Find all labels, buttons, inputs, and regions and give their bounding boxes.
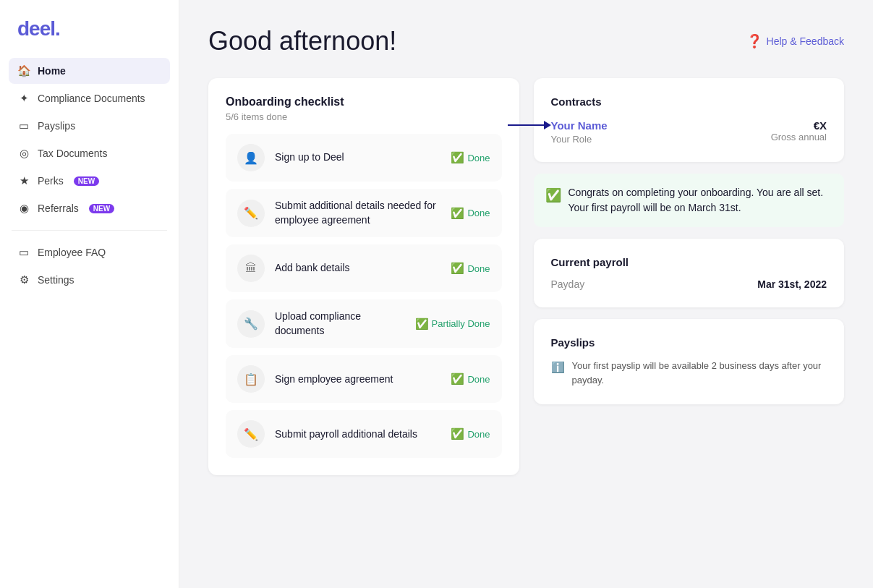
checklist-item-agreement[interactable]: 📋 Sign employee agreement ✅ Done: [226, 355, 502, 403]
onboarding-checklist-card: Onboarding checklist 5/6 items done 👤 Si…: [208, 78, 519, 475]
signup-icon-circle: 👤: [237, 144, 265, 171]
tax-icon: ◎: [17, 147, 30, 160]
item-label: Submit payroll additional details: [275, 427, 440, 442]
success-check-icon: ✅: [545, 186, 561, 205]
contract-role: Your Role: [551, 134, 608, 145]
contract-info: Your Name Your Role: [551, 119, 608, 145]
sidebar-item-tax[interactable]: ◎ Tax Documents: [9, 140, 170, 166]
sidebar-nav: 🏠 Home ✦ Compliance Documents ▭ Payslips…: [0, 58, 179, 221]
contract-amount-label: Gross annual: [771, 132, 827, 142]
home-icon: 🏠: [17, 64, 30, 77]
sidebar-item-label: Employee FAQ: [38, 247, 106, 258]
item-status: ✅ Partially Done: [415, 318, 490, 331]
payroll-card: Current payroll Payday Mar 31st, 2022: [534, 239, 845, 307]
sidebar-item-referrals[interactable]: ◉ Referrals NEW: [9, 195, 170, 221]
perks-icon: ★: [17, 174, 30, 187]
faq-icon: ▭: [17, 246, 30, 259]
compliance-icon-circle: 🔧: [237, 310, 265, 338]
sidebar-bottom: ▭ Employee FAQ ⚙ Settings: [0, 239, 179, 293]
contract-row: Your Name Your Role €X Gross annual: [551, 119, 827, 145]
contracts-card: Contracts Your Name Your Role €X Gross a…: [534, 78, 845, 162]
content-grid: Onboarding checklist 5/6 items done 👤 Si…: [208, 78, 844, 475]
check-icon: ✅: [451, 151, 464, 164]
right-column: Contracts Your Name Your Role €X Gross a…: [534, 78, 845, 404]
sidebar-item-label: Compliance Documents: [38, 93, 145, 104]
check-icon: ✅: [451, 372, 464, 385]
sidebar-item-label: Tax Documents: [38, 148, 107, 159]
item-status: ✅ Done: [451, 372, 490, 385]
sidebar-item-label: Perks: [38, 175, 64, 187]
help-circle-icon: ❓: [746, 33, 762, 49]
item-status: ✅ Done: [451, 427, 490, 440]
contracts-title: Contracts: [551, 95, 827, 108]
success-text: Congrats on completing your onboarding. …: [568, 185, 833, 216]
item-status: ✅ Done: [451, 207, 490, 220]
item-status: ✅ Done: [451, 151, 490, 164]
checklist-item-payroll-details[interactable]: ✏️ Submit payroll additional details ✅ D…: [226, 410, 502, 458]
greeting-title: Good afternoon!: [208, 26, 396, 56]
item-status: ✅ Done: [451, 262, 490, 275]
perks-badge: NEW: [74, 176, 99, 186]
payroll-row: Payday Mar 31st, 2022: [551, 278, 827, 290]
main-content: Good afternoon! ❓ Help & Feedback Onboar…: [179, 0, 873, 588]
checklist-title: Onboarding checklist: [226, 95, 502, 108]
checklist-count: 5/6 items done: [226, 111, 502, 122]
check-icon: ✅: [451, 207, 464, 220]
payday-value: Mar 31st, 2022: [757, 278, 827, 290]
success-banner: ✅ Congrats on completing your onboarding…: [534, 174, 845, 227]
check-icon: ✅: [451, 427, 464, 440]
check-icon: ✅: [415, 318, 429, 331]
logo: deel.: [0, 14, 179, 58]
payroll-details-icon-circle: ✏️: [237, 420, 265, 448]
checklist-item-compliance[interactable]: 🔧 Upload compliance documents ✅ Partiall…: [226, 299, 502, 348]
details-icon-circle: ✏️: [237, 200, 265, 227]
payroll-title: Current payroll: [551, 256, 827, 268]
checklist-item-details[interactable]: ✏️ Submit additional details needed for …: [226, 189, 502, 237]
payslips-info-text: Your first payslip will be available 2 b…: [572, 359, 827, 387]
settings-icon: ⚙: [17, 273, 30, 286]
checklist-item-bank[interactable]: 🏛 Add bank details ✅ Done: [226, 244, 502, 292]
sidebar-item-settings[interactable]: ⚙ Settings: [9, 267, 170, 293]
contract-amount-col: €X Gross annual: [771, 119, 827, 142]
help-feedback-link[interactable]: ❓ Help & Feedback: [746, 33, 844, 49]
payslips-card: Payslips ℹ️ Your first payslip will be a…: [534, 319, 845, 404]
sidebar-item-payslips[interactable]: ▭ Payslips: [9, 113, 170, 139]
sidebar-item-faq[interactable]: ▭ Employee FAQ: [9, 239, 170, 265]
page-header: Good afternoon! ❓ Help & Feedback: [208, 26, 844, 56]
compliance-icon: ✦: [17, 92, 30, 105]
payslips-icon: ▭: [17, 119, 30, 132]
payslips-info: ℹ️ Your first payslip will be available …: [551, 359, 827, 387]
contract-amount: €X: [771, 119, 827, 132]
sidebar-item-label: Payslips: [38, 120, 75, 132]
item-label: Add bank details: [275, 261, 440, 276]
referrals-badge: NEW: [89, 204, 114, 213]
sidebar-item-perks[interactable]: ★ Perks NEW: [9, 168, 170, 194]
referrals-icon: ◉: [17, 202, 30, 215]
item-label: Sign employee agreement: [275, 372, 440, 387]
sidebar-item-label: Home: [38, 65, 66, 77]
bank-icon-circle: 🏛: [237, 255, 265, 282]
sidebar-divider: [12, 230, 167, 231]
sidebar-item-compliance[interactable]: ✦ Compliance Documents: [9, 85, 170, 111]
checklist-item-signup[interactable]: 👤 Sign up to Deel ✅ Done: [226, 134, 502, 182]
sidebar: deel. 🏠 Home ✦ Compliance Documents ▭ Pa…: [0, 0, 179, 588]
arrow-head: [544, 121, 551, 129]
checklist-items: 👤 Sign up to Deel ✅ Done ✏️ Submit addit…: [226, 134, 502, 458]
payslips-title: Payslips: [551, 336, 827, 349]
item-label: Upload compliance documents: [275, 310, 405, 338]
check-icon: ✅: [451, 262, 464, 275]
info-circle-icon: ℹ️: [551, 359, 565, 376]
sidebar-item-home[interactable]: 🏠 Home: [9, 58, 170, 84]
contract-name[interactable]: Your Name: [551, 119, 608, 132]
payday-label: Payday: [551, 278, 585, 290]
sidebar-item-label: Referrals: [38, 203, 79, 214]
item-label: Sign up to Deel: [275, 150, 440, 165]
sidebar-item-label: Settings: [38, 274, 74, 286]
contract-arrow: [508, 121, 551, 129]
agreement-icon-circle: 📋: [237, 365, 265, 393]
arrow-line: [508, 124, 544, 126]
item-label: Submit additional details needed for emp…: [275, 199, 440, 227]
